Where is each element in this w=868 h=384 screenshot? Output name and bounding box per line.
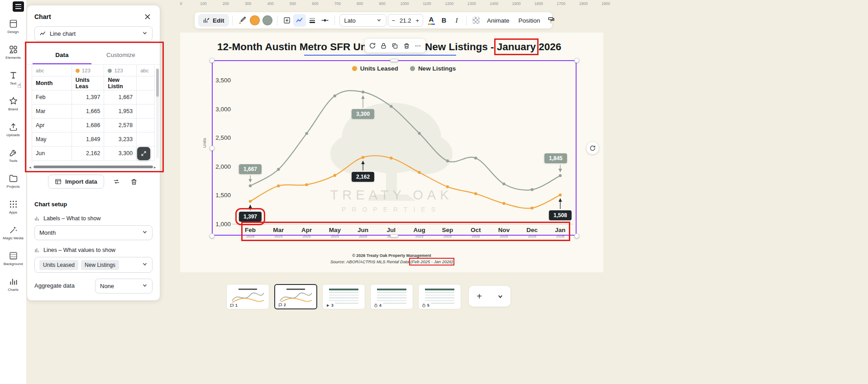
refresh-data-button[interactable] [587,142,599,154]
chart-data-table[interactable]: abc123123abcMonthUnits LeasNew ListinFeb… [32,65,155,164]
marker-pen-icon[interactable] [236,14,248,27]
column-type-cell[interactable]: 123 [72,65,105,76]
resize-handle-top-left[interactable] [210,58,215,63]
aggregate-select[interactable]: None [95,279,153,294]
table-header-cell[interactable]: Month [32,76,72,90]
page-thumbnail-4[interactable]: 4 [370,284,413,309]
copy-style-icon[interactable] [545,14,558,27]
import-data-button[interactable]: Import data [48,175,104,189]
table-cell[interactable]: 3,300 [104,147,137,161]
font-size-value[interactable]: 21.2 [400,17,411,24]
table-cell[interactable]: 1,686 [72,119,105,133]
page-thumbnail-3[interactable]: 3 [322,284,365,309]
table-cell[interactable] [137,104,155,119]
resize-handle-bottom-right[interactable] [574,233,579,238]
line-weight-icon[interactable] [306,14,319,27]
table-cell[interactable]: 2,578 [104,119,137,133]
sidebar-item-uploads[interactable]: Uploads [0,118,26,141]
table-header-cell[interactable] [137,76,155,90]
page-thumbnail-5[interactable]: 5 [418,284,461,309]
table-cell[interactable] [137,119,155,133]
table-cell[interactable]: 3,233 [104,133,137,147]
position-button[interactable]: Position [514,17,545,24]
transparency-icon[interactable] [470,14,482,27]
text-color-button[interactable]: A [425,14,438,27]
x-axis-year-label: 2025 [488,234,520,238]
add-page-icon[interactable]: + [472,289,487,304]
flip-rows-columns-icon[interactable] [110,175,123,188]
series-color-gray-swatch[interactable] [262,15,272,25]
column-type-cell[interactable]: 123 [104,65,137,76]
table-header-cell[interactable]: New Listin [104,76,137,90]
resize-handle-bottom-left[interactable] [210,233,215,238]
point-style-icon[interactable] [319,14,331,27]
sidebar-item-elements[interactable]: Elements [0,40,26,64]
data-point [418,171,420,174]
tab-customize[interactable]: Customize [91,47,150,64]
resize-handle-top-right[interactable] [574,58,579,63]
lock-icon[interactable] [378,40,389,51]
delete-data-icon[interactable] [128,175,140,188]
table-cell[interactable]: 1,849 [72,133,105,147]
sidebar-item-design[interactable]: Design [0,14,26,38]
table-cell[interactable] [137,133,155,147]
table-cell[interactable]: Apr [32,119,72,133]
lines-select[interactable]: Units Leased New Listings [34,257,153,273]
more-options-icon[interactable] [412,40,423,51]
sidebar-item-charts[interactable]: Charts [0,272,26,296]
edit-button[interactable]: Edit [198,14,229,27]
table-cell[interactable]: Mar [32,104,72,119]
sidebar-item-text[interactable]: Text [0,66,26,90]
scroll-left-icon[interactable]: ◀ [29,166,33,169]
table-header-cell[interactable]: Units Leas [72,76,105,90]
sidebar-item-brand[interactable]: Brand [0,92,26,115]
labels-select[interactable]: Month [34,225,153,240]
font-size-increase[interactable]: + [415,17,419,24]
sidebar-item-projects[interactable]: Projects [0,169,26,193]
chevron-down-icon[interactable] [492,289,508,304]
column-type-cell[interactable]: abc [137,65,155,76]
animate-button[interactable]: Animate [482,17,514,24]
font-size-stepper[interactable]: − 21.2 + [388,14,424,27]
table-cell[interactable]: May [32,133,72,147]
table-cell[interactable] [137,90,155,104]
table-cell[interactable]: 1,397 [72,90,105,104]
line-chart[interactable] [212,60,577,236]
sidebar-item-background[interactable]: Background [0,247,26,270]
page-thumbnail-2[interactable]: 2 [274,284,317,309]
chart-type-select[interactable]: Line chart [34,26,153,41]
table-cell[interactable]: Feb [32,90,72,104]
chart-title-left[interactable]: 12-Month Austin Metro SFR Un [217,41,367,53]
duplicate-icon[interactable] [390,40,401,51]
italic-button[interactable]: I [450,14,463,27]
resize-handle-top[interactable] [390,59,398,62]
spacing-icon[interactable] [281,14,293,27]
table-cell[interactable]: 2,162 [72,147,105,161]
sidebar-item-apps[interactable]: Apps [0,195,26,218]
page-thumbnail-1[interactable]: 1 [226,284,269,309]
resize-handle-left[interactable] [210,146,215,151]
column-type-cell[interactable]: abc [32,65,72,76]
scroll-right-icon[interactable]: ▶ [154,166,157,169]
table-cell[interactable]: 1,667 [104,90,137,104]
expand-table-button[interactable] [137,147,150,160]
table-cell[interactable]: 1,665 [72,104,105,119]
table-cell[interactable]: 1,953 [104,104,137,119]
tab-data[interactable]: Data [33,47,91,64]
table-cell[interactable]: Jun [32,147,72,161]
sidebar-item-magic-media[interactable]: Magic Media [0,221,26,244]
line-chart-style-icon[interactable] [293,14,306,27]
home-menu-button[interactable] [13,1,24,12]
sidebar-item-tools[interactable]: Tools [0,143,26,167]
close-icon[interactable] [143,12,153,22]
delete-icon[interactable] [401,40,412,51]
sync-icon[interactable] [367,40,378,51]
font-family-select[interactable]: Lato [339,14,386,27]
table-vertical-scrollbar[interactable] [156,68,159,158]
series-color-orange-swatch[interactable] [250,15,260,25]
resize-handle-bottom[interactable] [390,234,398,237]
bold-button[interactable]: B [438,14,450,27]
table-horizontal-scrollbar[interactable]: ◀▶ [29,165,157,169]
font-size-decrease[interactable]: − [392,17,396,24]
chart-title-right[interactable]: New Listings - January 2026 [425,41,561,53]
